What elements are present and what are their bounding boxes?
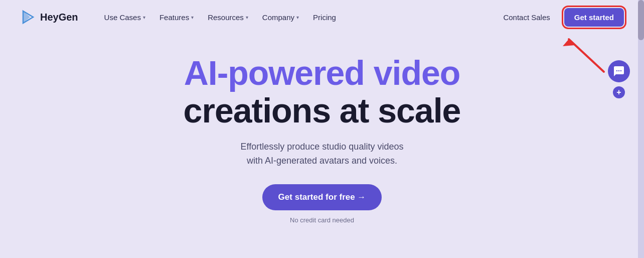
hero-title-line1: AI-powered video [184, 54, 460, 92]
nav-link-resources[interactable]: Resources ▾ [202, 9, 254, 26]
navigation: HeyGen Use Cases ▾ Features ▾ Resources … [0, 0, 644, 34]
hero-subtitle: Effortlessly produce studio quality vide… [241, 140, 404, 169]
nav-right: Contact Sales Get started [497, 8, 624, 27]
nav-left: HeyGen Use Cases ▾ Features ▾ Resources … [20, 9, 342, 26]
hero-title-line2: creations at scale [184, 92, 461, 130]
chat-bubble-button[interactable] [608, 60, 630, 82]
nav-link-use-cases[interactable]: Use Cases ▾ [98, 9, 151, 26]
nav-link-pricing[interactable]: Pricing [307, 9, 342, 26]
chevron-down-icon: ▾ [246, 15, 248, 20]
svg-point-5 [618, 70, 619, 71]
chat-widget: + [608, 60, 630, 98]
svg-point-6 [620, 70, 621, 71]
cta-get-started-button[interactable]: Get started for free → [262, 184, 382, 210]
logo[interactable]: HeyGen [20, 9, 78, 25]
chat-plus-button[interactable]: + [613, 86, 625, 98]
nav-link-company[interactable]: Company ▾ [256, 9, 305, 26]
scrollbar-thumb[interactable] [638, 0, 644, 40]
scrollbar[interactable] [638, 0, 644, 258]
svg-point-4 [616, 70, 617, 71]
contact-sales-link[interactable]: Contact Sales [497, 9, 556, 26]
chevron-down-icon: ▾ [143, 15, 145, 20]
chevron-down-icon: ▾ [191, 15, 194, 20]
logo-text: HeyGen [40, 12, 78, 23]
nav-link-features[interactable]: Features ▾ [153, 9, 200, 26]
chevron-down-icon: ▾ [296, 15, 299, 20]
logo-icon [20, 9, 36, 25]
chat-icon [613, 65, 625, 77]
no-credit-text: No credit card needed [290, 216, 354, 224]
get-started-button[interactable]: Get started [564, 8, 624, 27]
hero-section: AI-powered video creations at scale Effo… [0, 34, 644, 239]
nav-links: Use Cases ▾ Features ▾ Resources ▾ Compa… [98, 9, 342, 26]
